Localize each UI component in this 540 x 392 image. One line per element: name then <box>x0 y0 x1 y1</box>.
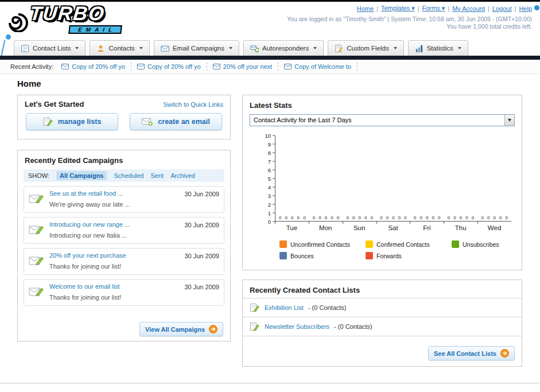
tab-label: Statistics <box>427 45 453 52</box>
filter-archived[interactable]: Archived <box>170 172 195 179</box>
see-all-contact-lists-button[interactable]: See All Contact Lists <box>428 346 515 360</box>
nav-home-link[interactable]: Home <box>357 5 374 12</box>
nav-templates-link[interactable]: Templates ▾ <box>381 5 415 12</box>
campaign-list: See us at the retail food ... We're givi… <box>18 182 230 306</box>
select-dropdown-icon <box>504 115 514 126</box>
activity-link[interactable]: 20% off your next <box>223 63 272 70</box>
activity-link[interactable]: Copy of Welcome to <box>294 63 351 70</box>
contact-lists-title: Recently Created Contact Lists <box>243 280 522 298</box>
statistics-icon <box>415 44 424 53</box>
header: TURBO EMAIL Home Templates ▾ Forms ▾ My … <box>0 2 540 38</box>
x-axis-label: Sun <box>343 222 376 231</box>
legend-swatch <box>366 240 373 248</box>
campaign-row[interactable]: 20% off your next purchase Thanks for jo… <box>24 248 224 275</box>
tab-autoresponders[interactable]: Autoresponders <box>243 40 324 56</box>
y-axis-tick: 7 <box>268 158 275 165</box>
get-started-panel: Let's Get Started Switch to Quick Links … <box>17 95 231 139</box>
page-title: Home <box>17 79 41 88</box>
recent-activity-item[interactable]: 20% off your next <box>207 63 278 71</box>
chevron-down-icon <box>75 47 79 49</box>
legend-item: Unsubscribes <box>452 240 538 248</box>
chart-value-group: 00000 <box>444 215 478 220</box>
envelope-icon <box>284 64 292 69</box>
envelope-icon <box>137 64 145 69</box>
chart-value-group: 00000 <box>343 215 376 220</box>
manage-lists-label: manage lists <box>58 118 102 126</box>
legend-item: Unconfirmed Contacts <box>279 240 366 248</box>
filter-all-campaigns[interactable]: All Campaigns <box>56 171 107 180</box>
y-axis-tick: 2 <box>268 201 275 208</box>
tab-contacts[interactable]: Contacts <box>90 40 149 56</box>
legend-label: Forwards <box>376 253 402 259</box>
filter-scheduled[interactable]: Scheduled <box>114 172 143 179</box>
tab-custom-fields[interactable]: Custom Fields <box>328 40 404 56</box>
campaign-filter-bar: SHOW: All Campaigns Scheduled Sent Archi… <box>24 169 224 182</box>
nav-help-link[interactable]: Help <box>519 5 532 12</box>
legend-item: Bounces <box>279 252 366 259</box>
legend-swatch <box>366 252 373 259</box>
campaign-date: 30 Jun 2009 <box>184 222 219 228</box>
recent-activity-item[interactable]: Copy of 20% off yo <box>131 63 207 71</box>
tab-statistics[interactable]: Statistics <box>408 40 468 56</box>
tab-label: Custom Fields <box>347 45 389 52</box>
nav-divider-bar <box>0 56 540 60</box>
recent-activity-label: Recent Activity: <box>10 63 53 70</box>
y-axis-tick: 8 <box>268 150 275 156</box>
custom-fields-icon <box>335 44 343 53</box>
main-nav-tabs: Contact Lists Contacts Email Campaigns A… <box>0 38 540 56</box>
tab-contact-lists[interactable]: Contact Lists <box>14 40 86 56</box>
chart-legend: Unconfirmed ContactsConfirmed ContactsUn… <box>279 240 540 263</box>
y-axis-tick: 1 <box>268 210 275 216</box>
pencil-paper-icon <box>250 321 260 332</box>
pencil-paper-icon <box>250 302 260 313</box>
main-content: Home Let's Get Started Switch to Quick L… <box>0 74 540 383</box>
chart-y-axis: 109876543210 <box>248 135 275 222</box>
legend-label: Bounces <box>290 253 314 259</box>
app-window: TURBO EMAIL Home Templates ▾ Forms ▾ My … <box>0 0 540 392</box>
turbo-email-logo[interactable]: TURBO EMAIL <box>5 3 122 34</box>
contact-lists-icon <box>21 44 29 53</box>
tab-label: Email Campaigns <box>173 45 224 52</box>
tab-email-campaigns[interactable]: Email Campaigns <box>154 40 239 56</box>
stats-period-select[interactable]: Contact Activity for the Last 7 Days <box>250 114 515 126</box>
view-all-campaigns-button[interactable]: View All Campaigns <box>139 322 223 336</box>
envelope-pencil-icon <box>29 193 45 205</box>
nav-forms-link[interactable]: Forms ▾ <box>422 5 445 12</box>
nav-logout-link[interactable]: Logout <box>492 5 512 12</box>
envelope-pencil-icon <box>29 224 45 236</box>
activity-link[interactable]: Copy of 20% off yo <box>72 63 125 70</box>
contact-list-row[interactable]: Exhibition List - (0 Contacts) <box>243 298 522 317</box>
recent-activity-item[interactable]: Copy of Welcome to <box>278 63 358 71</box>
chevron-down-icon <box>313 47 317 49</box>
nav-my-account-link[interactable]: My Account <box>452 5 485 12</box>
filter-sent[interactable]: Sent <box>150 172 164 179</box>
legend-item: Confirmed Contacts <box>366 240 452 248</box>
chevron-down-icon <box>394 47 397 49</box>
contact-list-link[interactable]: Newsletter Subscribers <box>265 323 329 330</box>
contact-list-row[interactable]: Newsletter Subscribers - (0 Contacts) <box>243 317 522 336</box>
campaign-row[interactable]: Introducing our new range ... Introducin… <box>24 217 224 244</box>
recent-activity-item[interactable]: Copy of 20% off yo <box>56 63 131 71</box>
chevron-down-icon <box>139 47 143 49</box>
campaign-row[interactable]: See us at the retail food ... We're givi… <box>24 186 224 213</box>
campaigns-panel-title: Recently Edited Campaigns <box>18 150 230 169</box>
recent-activity-bar: Recent Activity: Copy of 20% off yo Copy… <box>0 60 540 74</box>
swirl-logo-icon <box>5 8 29 32</box>
recent-campaigns-panel: Recently Edited Campaigns SHOW: All Camp… <box>17 150 231 341</box>
create-email-label: create an email <box>158 118 209 126</box>
x-axis-label: Wed <box>477 222 511 231</box>
x-axis-label: Sat <box>376 222 410 231</box>
chevron-down-icon <box>229 47 232 49</box>
top-nav: Home Templates ▾ Forms ▾ My Account Logo… <box>357 5 532 12</box>
campaign-row[interactable]: Welcome to our email list Thanks for joi… <box>24 279 224 306</box>
switch-quick-links-link[interactable]: Switch to Quick Links <box>163 101 223 108</box>
legend-swatch <box>279 240 287 248</box>
create-email-button[interactable]: create an email <box>130 113 222 130</box>
contact-list-link[interactable]: Exhibition List <box>265 304 304 311</box>
arrow-right-circle-icon <box>500 349 509 358</box>
chart-value-group: 00000 <box>376 215 410 220</box>
activity-link[interactable]: Copy of 20% off yo <box>147 63 201 70</box>
manage-lists-button[interactable]: manage lists <box>26 113 118 130</box>
recent-contact-lists-panel: Recently Created Contact Lists Exhibitio… <box>242 280 522 367</box>
logo-text: TURBO <box>29 3 123 24</box>
